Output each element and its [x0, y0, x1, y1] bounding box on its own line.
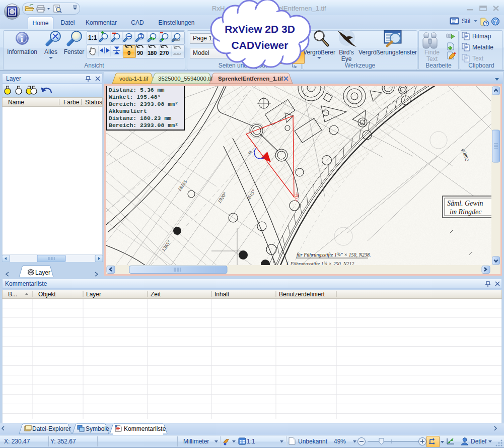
- svg-text:f. Führungsstifte 1¾ × 250, N2: f. Führungsstifte 1¾ × 250, N212: [286, 261, 354, 265]
- svg-text:3525000_5594000.tif: 3525000_5594000.tif: [158, 76, 213, 82]
- svg-text:im Ringdec: im Ringdec: [450, 208, 482, 216]
- svg-text:Datei-Explorer: Datei-Explorer: [32, 425, 71, 432]
- svg-text:Winkel: 195.48°: Winkel: 195.48°: [109, 94, 161, 100]
- svg-text:Distanz: 5.36 mm: Distanz: 5.36 mm: [109, 87, 165, 93]
- svg-text:Bereich: 2393.08 mm²: Bereich: 2393.08 mm²: [109, 101, 178, 107]
- svg-text:SprenkelEntfernen_1.tif: SprenkelEntfernen_1.tif: [218, 76, 283, 82]
- svg-text:Akkumuliert: Akkumuliert: [109, 108, 147, 114]
- svg-text:180: 180: [148, 50, 157, 56]
- svg-text:0: 0: [127, 50, 130, 56]
- svg-text:Stil: Stil: [462, 18, 470, 25]
- svg-text:+: +: [433, 441, 435, 446]
- svg-text:Distanz: 180.23 mm: Distanz: 180.23 mm: [109, 115, 171, 121]
- svg-text:?: ?: [494, 19, 497, 25]
- svg-text:Layer: Layer: [35, 269, 50, 276]
- svg-text:CADViewer: CADViewer: [232, 39, 289, 51]
- svg-text:für Führungsstifte 1¾" × 150,: für Führungsstifte 1¾" × 150, N238.: [297, 252, 371, 258]
- svg-text:Symbole: Symbole: [86, 425, 109, 432]
- svg-text:i: i: [21, 34, 23, 44]
- svg-text:RxView 2D 3D: RxView 2D 3D: [225, 23, 295, 35]
- svg-text:Säml. Gewin: Säml. Gewin: [447, 200, 483, 207]
- svg-text:90: 90: [137, 50, 143, 56]
- svg-text:Bereich: 2393.08 mm²: Bereich: 2393.08 mm²: [109, 122, 178, 129]
- svg-text:270: 270: [160, 50, 169, 56]
- svg-text:voda-1-1.tif: voda-1-1.tif: [119, 76, 149, 82]
- svg-text:?: ?: [485, 21, 488, 26]
- svg-text:Kommentarliste: Kommentarliste: [124, 425, 166, 432]
